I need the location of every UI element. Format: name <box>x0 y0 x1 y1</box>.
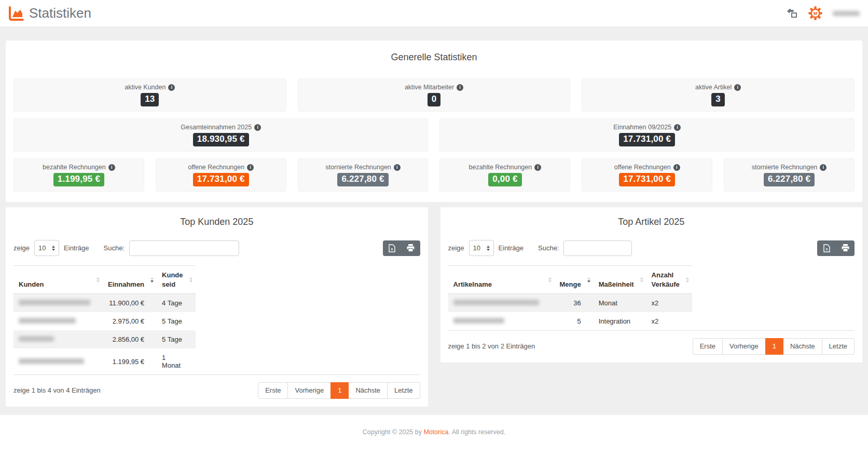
masseinheit-cell: Integration <box>594 312 646 330</box>
einnahmen-cell: 2.975,00 € <box>103 312 157 330</box>
table-row[interactable]: 2.856,00 € 5 Tage <box>13 330 196 348</box>
page-length-label-after: Einträge <box>64 244 89 252</box>
stat-label: offene Rechnungen <box>614 164 671 171</box>
stat-card-aktive-artikel: aktive Artikel i 3 <box>582 78 855 112</box>
printer-icon <box>842 244 849 252</box>
table-row[interactable]: 36 Monat x2 <box>448 294 692 313</box>
page-footer: Copyright © 2025 by Motorica. All rights… <box>0 415 868 456</box>
copyright-text-suffix: . All rights reserved. <box>448 428 505 436</box>
stat-label: aktive Mitarbeiter <box>405 84 454 91</box>
customer-name-redacted <box>13 294 103 313</box>
username-redacted[interactable] <box>833 11 860 16</box>
top-kunden-title: Top Kunden 2025 <box>13 217 420 227</box>
table-row[interactable]: 1.199,95 € 1 Monat <box>13 348 196 374</box>
menge-cell: 5 <box>555 312 594 330</box>
page-length-label-after: Einträge <box>499 244 523 252</box>
column-header-kunden[interactable]: Kunden <box>13 266 103 294</box>
excel-export-button[interactable]: x <box>383 240 402 256</box>
article-name-redacted <box>448 312 555 330</box>
sort-icon <box>150 277 154 283</box>
pagination-next[interactable]: Nächste <box>783 338 822 355</box>
column-header-menge[interactable]: Menge <box>555 266 594 294</box>
info-icon[interactable]: i <box>673 164 680 171</box>
info-icon[interactable]: i <box>534 164 541 171</box>
pagination-next[interactable]: Nächste <box>348 382 388 399</box>
general-statistics-card: Generelle Statistiken aktive Kunden i 13… <box>6 41 862 202</box>
customer-name-redacted <box>13 348 103 374</box>
stat-label: bezahlte Rechnungen <box>469 164 532 171</box>
stat-value-badge: 17.731,00 € <box>619 133 675 146</box>
info-icon[interactable]: i <box>394 164 401 171</box>
table-row[interactable]: 2.975,00 € 5 Tage <box>13 312 196 330</box>
page-length-select[interactable]: 10 <box>469 240 494 256</box>
copyright-text: Copyright © 2025 by <box>363 428 424 436</box>
sort-icon <box>587 277 590 283</box>
select-arrows-icon <box>52 246 55 251</box>
info-icon[interactable]: i <box>734 84 741 91</box>
stat-card-stornierte-rechnungen-monat: stornierte Rechnungen i 6.227,80 € <box>724 158 855 192</box>
stat-value-badge: 6.227,80 € <box>764 173 815 186</box>
stat-label: offene Rechnungen <box>188 164 244 171</box>
info-icon[interactable]: i <box>247 164 254 171</box>
stat-label: aktive Artikel <box>695 84 732 91</box>
einnahmen-cell: 1.199,95 € <box>103 348 157 374</box>
stat-card-gesamteinnahmen: Gesamteinnahmen 2025 i 18.930,95 € <box>13 118 428 152</box>
table-info: zeige 1 bis 4 von 4 Einträgen <box>13 386 101 394</box>
pagination-first[interactable]: Erste <box>693 338 723 355</box>
search-input[interactable] <box>563 240 632 256</box>
column-header-einnahmen[interactable]: Einnahmen <box>103 266 157 294</box>
page-length-value: 10 <box>38 244 46 252</box>
stat-value-badge: 17.731,00 € <box>619 173 675 186</box>
table-row[interactable]: 5 Integration x2 <box>448 312 692 330</box>
table-bottom-divider <box>448 330 855 331</box>
column-header-masseinheit[interactable]: Maßeinheit <box>594 266 646 294</box>
pagination-previous[interactable]: Vorherige <box>287 382 331 399</box>
pagination-page-1[interactable]: 1 <box>330 382 349 399</box>
info-icon[interactable]: i <box>457 84 463 91</box>
top-bar-actions: M <box>786 6 860 20</box>
pagination: Erste Vorherige 1 Nächste Letzte <box>258 382 420 399</box>
stat-value-badge: 18.930,95 € <box>193 133 249 146</box>
stat-value-badge: 6.227,80 € <box>337 173 388 186</box>
verkaeufe-cell: x2 <box>646 294 692 313</box>
print-button[interactable] <box>836 240 855 256</box>
pagination-previous[interactable]: Vorherige <box>722 338 766 355</box>
pagination-page-1[interactable]: 1 <box>765 338 783 355</box>
pagination: Erste Vorherige 1 Nächste Letzte <box>693 338 855 355</box>
info-icon[interactable]: i <box>108 164 115 171</box>
column-header-artikelname[interactable]: Artikelname <box>448 266 555 294</box>
file-excel-icon: x <box>823 244 830 252</box>
page-title: Statistiken <box>29 5 91 21</box>
svg-text:M: M <box>814 11 818 16</box>
sort-icon <box>97 277 100 283</box>
stat-card-offene-rechnungen-jahr: offene Rechnungen i 17.731,00 € <box>156 158 286 192</box>
stat-card-bezahlte-rechnungen-jahr: bezahlte Rechnungen i 1.199,95 € <box>13 158 144 192</box>
area-chart-logo-icon[interactable] <box>8 6 24 21</box>
kunden-table-footer: zeige 1 bis 4 von 4 Einträgen Erste Vorh… <box>13 382 420 399</box>
stat-label: stornierte Rechnungen <box>752 164 817 171</box>
column-header-anzahl-verkaeufe[interactable]: Anzahl Verkäufe <box>646 266 692 294</box>
info-icon[interactable]: i <box>674 124 681 131</box>
motorica-gear-logo-icon[interactable]: M <box>808 6 822 20</box>
column-header-kunde-seid[interactable]: Kunde seid <box>157 266 195 294</box>
menge-cell: 36 <box>555 294 594 313</box>
brand-link[interactable]: Motorica <box>423 428 448 436</box>
stat-card-aktive-kunden: aktive Kunden i 13 <box>13 78 286 112</box>
info-icon[interactable]: i <box>168 84 175 91</box>
table-row[interactable]: 11.900,00 € 4 Tage <box>13 294 196 313</box>
print-button[interactable] <box>402 240 420 256</box>
info-icon[interactable]: i <box>254 124 261 131</box>
pagination-last[interactable]: Letzte <box>387 382 420 399</box>
page-length-select[interactable]: 10 <box>34 240 59 256</box>
stat-label: Gesamteinnahmen 2025 <box>181 124 252 131</box>
info-icon[interactable]: i <box>820 164 826 171</box>
top-artikel-card: Top Artikel 2025 zeige 10 Einträge Suche… <box>440 207 863 362</box>
kunden-table-controls: zeige 10 Einträge Suche: x <box>13 240 420 256</box>
return-to-shop-icon[interactable] <box>786 8 798 18</box>
pagination-last[interactable]: Letzte <box>822 338 855 355</box>
kunde-seid-cell: 5 Tage <box>157 312 195 330</box>
excel-export-button[interactable]: x <box>817 240 836 256</box>
stat-value-badge: 0 <box>428 93 441 106</box>
search-input[interactable] <box>129 240 239 256</box>
pagination-first[interactable]: Erste <box>258 382 288 399</box>
